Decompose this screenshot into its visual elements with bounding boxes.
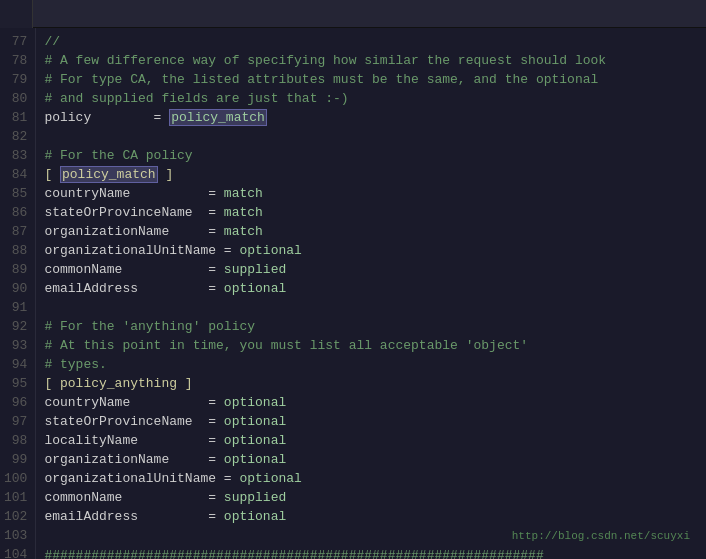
code-line: [ policy_anything ] xyxy=(44,374,698,393)
code-line: ########################################… xyxy=(44,546,698,559)
line-number: 85 xyxy=(4,184,27,203)
code-line: policy = policy_match xyxy=(44,108,698,127)
line-number: 78 xyxy=(4,51,27,70)
line-number: 89 xyxy=(4,260,27,279)
code-line: # types. xyxy=(44,355,698,374)
code-line: commonName = supplied xyxy=(44,260,698,279)
code-line: [ policy_match ] xyxy=(44,165,698,184)
line-number: 86 xyxy=(4,203,27,222)
code-line: # For type CA, the listed attributes mus… xyxy=(44,70,698,89)
code-line xyxy=(44,127,698,146)
code-line xyxy=(44,298,698,317)
line-number: 80 xyxy=(4,89,27,108)
line-number: 93 xyxy=(4,336,27,355)
code-line: organizationName = optional xyxy=(44,450,698,469)
code-line: # For the 'anything' policy xyxy=(44,317,698,336)
line-number: 97 xyxy=(4,412,27,431)
line-number: 101 xyxy=(4,488,27,507)
tab-openssl-cfg[interactable] xyxy=(0,0,33,28)
code-content[interactable]: //# A few difference way of specifying h… xyxy=(36,28,706,559)
code-line: # At this point in time, you must list a… xyxy=(44,336,698,355)
line-number: 88 xyxy=(4,241,27,260)
line-number: 95 xyxy=(4,374,27,393)
code-line: organizationName = match xyxy=(44,222,698,241)
line-number: 100 xyxy=(4,469,27,488)
code-line: commonName = supplied xyxy=(44,488,698,507)
line-number: 77 xyxy=(4,32,27,51)
line-number: 92 xyxy=(4,317,27,336)
line-number: 79 xyxy=(4,70,27,89)
line-number: 104 xyxy=(4,545,27,559)
line-number: 91 xyxy=(4,298,27,317)
code-line: # For the CA policy xyxy=(44,146,698,165)
line-number: 98 xyxy=(4,431,27,450)
code-line: emailAddress = optional xyxy=(44,279,698,298)
line-number: 102 xyxy=(4,507,27,526)
line-number: 99 xyxy=(4,450,27,469)
code-area: 7778798081828384858687888990919293949596… xyxy=(0,28,706,559)
tab-bar xyxy=(0,0,706,28)
line-numbers: 7778798081828384858687888990919293949596… xyxy=(0,28,36,559)
code-line: organizationalUnitName = optional xyxy=(44,469,698,488)
line-number: 103 xyxy=(4,526,27,545)
line-number: 96 xyxy=(4,393,27,412)
code-line: # and supplied fields are just that :-) xyxy=(44,89,698,108)
line-number: 90 xyxy=(4,279,27,298)
code-line: stateOrProvinceName = match xyxy=(44,203,698,222)
code-line: localityName = optional xyxy=(44,431,698,450)
code-line: stateOrProvinceName = optional xyxy=(44,412,698,431)
line-number: 84 xyxy=(4,165,27,184)
code-line: countryName = optional xyxy=(44,393,698,412)
line-number: 94 xyxy=(4,355,27,374)
code-line: # A few difference way of specifying how… xyxy=(44,51,698,70)
editor-window: 7778798081828384858687888990919293949596… xyxy=(0,0,706,559)
code-line: // xyxy=(44,32,698,51)
code-line: emailAddress = optional xyxy=(44,507,698,526)
line-number: 83 xyxy=(4,146,27,165)
line-number: 87 xyxy=(4,222,27,241)
line-number: 81 xyxy=(4,108,27,127)
code-line: http://blog.csdn.net/scuyxi xyxy=(44,526,698,546)
code-line: organizationalUnitName = optional xyxy=(44,241,698,260)
code-line: countryName = match xyxy=(44,184,698,203)
line-number: 82 xyxy=(4,127,27,146)
